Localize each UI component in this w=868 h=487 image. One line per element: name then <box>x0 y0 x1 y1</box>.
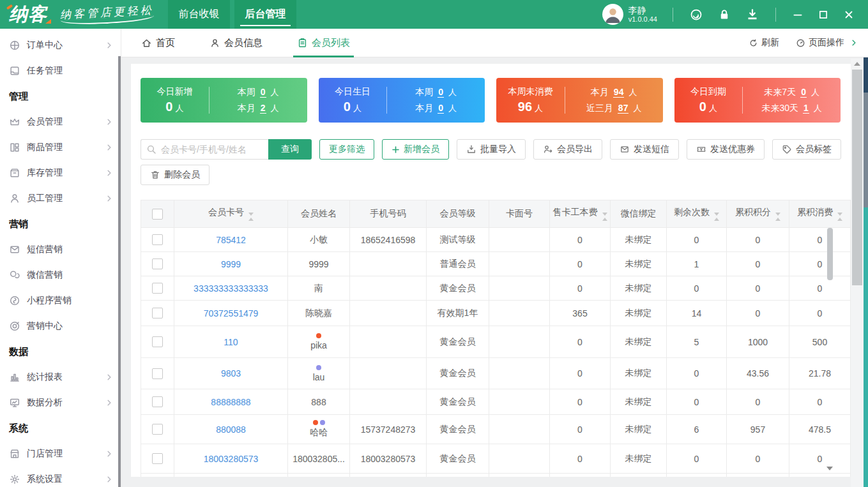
sidebar-item[interactable]: 营销中心 <box>0 313 121 339</box>
row-checkbox[interactable] <box>152 258 163 269</box>
scroll-up-arrow[interactable] <box>851 59 864 69</box>
cell-wechat-bind: 未绑定 <box>611 252 667 276</box>
stat-sub-value[interactable]: 94 <box>613 87 625 98</box>
button-发送优惠券[interactable]: 发送优惠券 <box>687 139 765 160</box>
minimize-button[interactable] <box>785 0 811 29</box>
select-all-checkbox[interactable] <box>152 209 163 220</box>
sidebar-item[interactable]: 统计报表 <box>0 364 121 390</box>
support-button[interactable] <box>682 0 710 29</box>
button-批量导入[interactable]: 批量导入 <box>457 139 526 160</box>
row-checkbox[interactable] <box>152 308 163 318</box>
member-card-link[interactable]: 88888888 <box>211 397 250 407</box>
stat-card-sub-row: 未来7天0人 <box>764 87 819 98</box>
row-checkbox[interactable] <box>152 283 163 294</box>
member-card-link[interactable]: 785412 <box>216 235 246 245</box>
search-button[interactable]: 查询 <box>268 139 312 160</box>
tabs: 首页会员信息会员列表 <box>141 29 385 57</box>
download-button[interactable] <box>738 0 766 29</box>
tab-item[interactable]: 首页 <box>141 29 175 57</box>
cell-select <box>141 252 174 276</box>
row-checkbox[interactable] <box>152 368 163 379</box>
main-column: 首页会员信息会员列表 刷新页面操作 今日新增0人本周0人本月2人今日生日0人本周… <box>121 29 868 487</box>
member-card-link[interactable]: 70372551479 <box>204 308 259 318</box>
topnav-tab-active[interactable]: 后台管理 <box>234 0 296 29</box>
column-header-累积积分[interactable]: 累积积分 <box>727 200 789 228</box>
sidebar-item[interactable]: 微信营销 <box>0 262 121 288</box>
lock-button[interactable] <box>710 0 738 29</box>
tab-active[interactable]: 会员列表 <box>297 29 350 57</box>
row-checkbox[interactable] <box>152 234 163 245</box>
tag-dot-icon <box>316 333 321 338</box>
cell-card-face <box>489 252 550 276</box>
page-scrollbar-thumb[interactable] <box>852 70 862 285</box>
maximize-button[interactable] <box>811 0 836 29</box>
sidebar-item[interactable]: 商品管理 <box>0 135 121 160</box>
column-header-剩余次数[interactable]: 剩余次数 <box>667 200 727 228</box>
button-会员导出[interactable]: 会员导出 <box>533 139 602 160</box>
button-label: 新增会员 <box>404 144 439 155</box>
search-input[interactable] <box>141 139 268 160</box>
sort-arrows-icon[interactable] <box>248 213 254 221</box>
sort-arrows-icon[interactable] <box>714 213 719 221</box>
stat-sub-value[interactable]: 87 <box>618 103 629 114</box>
stat-sub-value[interactable]: 2 <box>260 103 266 114</box>
sidebar-item[interactable]: 库存管理 <box>0 160 121 186</box>
sidebar-item-label: 任务管理 <box>27 65 63 77</box>
stat-sub-value[interactable]: 0 <box>260 87 266 98</box>
box-icon <box>9 167 20 179</box>
button-删除会员[interactable]: 删除会员 <box>141 165 209 185</box>
row-checkbox[interactable] <box>152 424 163 435</box>
table-scroll-down-arrow[interactable] <box>826 467 833 470</box>
tag-dot-icon <box>316 365 321 370</box>
sidebar-item[interactable]: 小程序营销 <box>0 288 121 313</box>
table-row: 880088哈哈15737248273黄金会员0未绑定6957478.5 <box>141 415 851 444</box>
stat-sub-value[interactable]: 0 <box>438 103 444 114</box>
sidebar-item[interactable]: 短信营销 <box>0 237 121 262</box>
sidebar-item[interactable]: 员工管理 <box>0 186 121 211</box>
stat-sub-value[interactable]: 0 <box>800 87 807 98</box>
tab-item[interactable]: 会员信息 <box>209 29 263 57</box>
member-card-link[interactable]: 333333333333333 <box>194 283 268 294</box>
member-card-link[interactable]: 9803 <box>221 368 241 378</box>
sidebar-item[interactable]: 系统设置 <box>0 467 121 487</box>
row-checkbox[interactable] <box>152 396 163 407</box>
topnav-tab-inactive[interactable]: 前台收银 <box>168 0 230 29</box>
member-card-link[interactable]: 9999 <box>221 259 241 269</box>
button-新增会员[interactable]: 新增会员 <box>382 139 449 160</box>
member-card-link[interactable]: 880088 <box>216 424 246 435</box>
sidebar-item[interactable]: 订单中心 <box>0 33 121 58</box>
row-checkbox[interactable] <box>152 453 163 464</box>
sort-arrows-icon[interactable] <box>775 213 780 221</box>
sort-arrows-icon[interactable] <box>837 213 842 221</box>
sort-arrows-icon[interactable] <box>602 213 607 221</box>
sidebar-item[interactable]: 任务管理 <box>0 58 121 84</box>
column-header-会员卡号[interactable]: 会员卡号 <box>174 200 288 228</box>
row-checkbox[interactable] <box>152 336 163 347</box>
column-header-售卡工本费[interactable]: 售卡工本费 <box>550 200 611 228</box>
column-header-累积消费[interactable]: 累积消费 <box>789 200 851 228</box>
cell-points: 0 <box>727 389 789 415</box>
action-页面操作[interactable]: 页面操作 <box>796 37 858 49</box>
cell-card-fee: 0 <box>550 415 611 444</box>
sidebar-item[interactable]: 数据分析 <box>0 390 121 416</box>
stat-card-sub-row: 本月94人 <box>591 87 637 98</box>
button-更多筛选[interactable]: 更多筛选 <box>319 139 374 160</box>
button-发送短信[interactable]: 发送短信 <box>610 139 679 160</box>
stat-sub-value[interactable]: 1 <box>803 103 809 114</box>
sidebar-item[interactable]: 会员管理 <box>0 109 121 135</box>
sidebar-item[interactable]: 门店管理 <box>0 441 121 467</box>
close-button[interactable] <box>836 0 862 29</box>
column-header-label: 剩余次数 <box>674 207 710 217</box>
cell-remaining-times: 0 <box>667 228 727 252</box>
button-会员标签[interactable]: 会员标签 <box>772 139 841 160</box>
member-card-link[interactable]: 18003280573 <box>204 454 259 464</box>
member-card-link[interactable]: 110 <box>224 337 238 347</box>
stat-sub-value[interactable]: 0 <box>438 87 444 98</box>
member-list-panel: 今日新增0人本周0人本月2人今日生日0人本周0人本月0人本周未消费96人本月94… <box>131 64 851 477</box>
action-刷新[interactable]: 刷新 <box>749 37 779 49</box>
table-scrollbar-thumb[interactable] <box>827 228 833 280</box>
cell-remaining-times: 5 <box>667 326 727 358</box>
sidebar-scrollbar-thumb[interactable] <box>118 56 121 487</box>
app-version: v1.0.0.44 <box>628 15 657 24</box>
user-profile[interactable]: 李静 v1.0.0.44 <box>602 4 657 25</box>
